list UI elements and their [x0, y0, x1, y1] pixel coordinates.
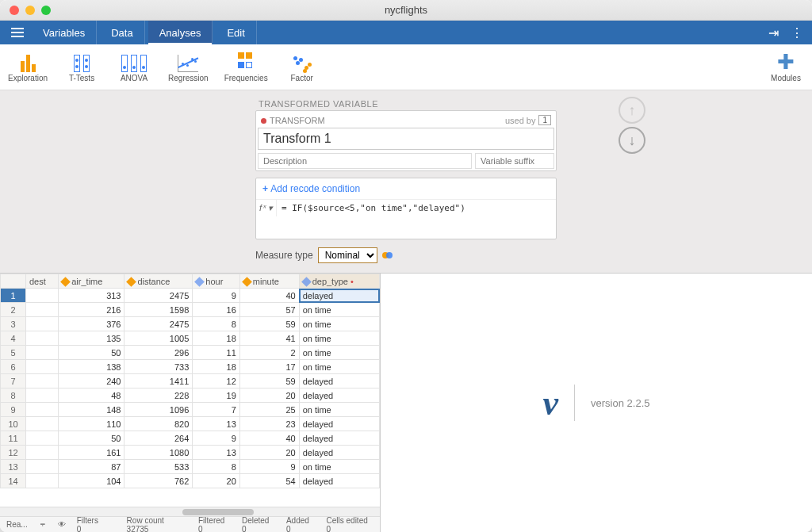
table-row[interactable]: 221615981657on time — [1, 303, 380, 317]
tab-edit[interactable]: Edit — [216, 21, 256, 44]
ttest-icon — [73, 52, 90, 72]
tab-label: Data — [111, 27, 132, 39]
factor-icon — [292, 52, 312, 72]
measure-type-row: Measure type Nominal — [255, 247, 557, 263]
tab-analyses[interactable]: Analyses — [148, 21, 213, 44]
table-row[interactable]: 413510051841on time — [1, 331, 380, 346]
arrow-down-button[interactable]: ↓ — [619, 127, 645, 154]
tool-label: Frequencies — [224, 74, 268, 82]
horizontal-scrollbar[interactable] — [0, 507, 380, 516]
status-filters: Filters 0 — [77, 516, 105, 533]
tool-frequencies[interactable]: Frequencies — [224, 52, 268, 82]
divider — [574, 385, 575, 421]
table-row[interactable]: 13132475940delayed — [1, 289, 380, 303]
status-ready: Rea... — [6, 520, 28, 529]
measure-type-select[interactable]: Nominal — [318, 247, 377, 263]
status-bar: Rea... ⫧ 👁 Filters 0 Row count 32735 Fil… — [0, 516, 380, 532]
table-row[interactable]: 138753389on time — [1, 460, 380, 474]
table-row[interactable]: 61387331817on time — [1, 360, 380, 374]
venn-icon — [382, 251, 395, 260]
window-title: nycflights — [0, 4, 812, 16]
kebab-icon[interactable]: ⋮ — [788, 24, 806, 41]
anova-icon — [121, 52, 147, 72]
transform-badge: TRANSFORM — [261, 116, 325, 125]
description-input[interactable] — [258, 153, 472, 169]
tab-label: Analyses — [159, 27, 201, 39]
hamburger-icon[interactable] — [6, 21, 29, 44]
titlebar: nycflights — [0, 0, 812, 21]
tab-label: Edit — [227, 27, 244, 39]
tool-ttests[interactable]: T-Tests — [63, 52, 100, 82]
version-text: version 2.2.5 — [591, 397, 649, 409]
record-dot-icon — [261, 118, 266, 124]
expand-panel-icon[interactable]: ⇥ — [764, 24, 782, 41]
arrow-up-button[interactable]: ↑ — [619, 97, 645, 124]
fx-button[interactable]: fˣ ▾ — [256, 200, 277, 216]
analyses-ribbon: Exploration T-Tests ANOVA Regression Fre… — [0, 44, 812, 90]
status-edited: Cells edited 0 — [327, 516, 373, 533]
eye-icon[interactable]: 👁 — [58, 520, 66, 529]
spreadsheet-pane: destair_timedistancehourminutedep_type •… — [0, 274, 381, 532]
measure-type-label: Measure type — [255, 250, 313, 261]
section-title: TRANSFORMED VARIABLE — [255, 97, 557, 110]
plus-icon: ✚ — [777, 52, 795, 72]
tool-label: Factor — [290, 74, 312, 82]
used-by: used by 1 — [505, 115, 551, 125]
table-row[interactable]: 724014111259delayed — [1, 374, 380, 388]
regression-icon — [178, 52, 198, 72]
tool-label: ANOVA — [121, 74, 147, 82]
column-header[interactable]: hour — [193, 274, 240, 289]
add-recode-condition[interactable]: Add recode condition — [256, 178, 556, 199]
table-row[interactable]: 101108201323delayed — [1, 417, 380, 431]
status-deleted: Deleted 0 — [242, 516, 275, 533]
data-grid[interactable]: destair_timedistancehourminutedep_type •… — [0, 274, 380, 507]
used-by-count[interactable]: 1 — [538, 115, 551, 125]
panel-arrows: ↑ ↓ — [619, 97, 645, 154]
tool-label: Regression — [168, 74, 209, 82]
tool-label: T-Tests — [69, 74, 94, 82]
frequencies-icon — [237, 52, 255, 72]
results-pane: ν version 2.2.5 — [381, 274, 812, 532]
column-header[interactable]: distance — [124, 274, 193, 289]
transform-editor: ↑ ↓ TRANSFORMED VARIABLE TRANSFORM used … — [0, 90, 812, 274]
column-header[interactable]: dep_type • — [299, 274, 379, 289]
status-added: Added 0 — [286, 516, 316, 533]
suffix-input[interactable] — [475, 153, 554, 169]
table-row[interactable]: 1216110801320delayed — [1, 446, 380, 460]
tab-variables[interactable]: Variables — [32, 21, 97, 44]
transform-name-input[interactable] — [258, 128, 554, 150]
tool-exploration[interactable]: Exploration — [8, 52, 48, 82]
tool-modules[interactable]: ✚ Modules — [768, 52, 804, 82]
table-row[interactable]: 550296112on time — [1, 346, 380, 360]
app-window: nycflights Variables Data Analyses Edit … — [0, 0, 812, 532]
tool-factor[interactable]: Factor — [284, 52, 320, 82]
table-row[interactable]: 33762475859on time — [1, 317, 380, 331]
tab-label: Variables — [43, 27, 85, 39]
formula-box: Add recode condition fˣ ▾ = IF($source<5… — [255, 178, 557, 239]
status-rowcount: Row count 32735 — [127, 516, 187, 533]
table-row[interactable]: 91481096725on time — [1, 403, 380, 417]
column-header[interactable]: dest — [26, 274, 59, 289]
menubar: Variables Data Analyses Edit ⇥ ⋮ — [0, 21, 812, 44]
status-filtered: Filtered 0 — [198, 516, 231, 533]
tool-anova[interactable]: ANOVA — [116, 52, 152, 82]
column-header[interactable]: air_time — [59, 274, 124, 289]
tool-regression[interactable]: Regression — [168, 52, 209, 82]
tool-label: Modules — [771, 74, 801, 82]
formula-input[interactable]: = IF($source<5,"on time","delayed") — [277, 200, 556, 216]
jamovi-logo-icon: ν — [543, 383, 559, 423]
table-row[interactable]: 1150264940delayed — [1, 431, 380, 446]
column-header[interactable]: minute — [239, 274, 299, 289]
table-row[interactable]: 141047622054delayed — [1, 474, 380, 488]
bar-chart-icon — [21, 52, 36, 72]
funnel-icon[interactable]: ⫧ — [39, 520, 47, 529]
table-row[interactable]: 8482281920delayed — [1, 388, 380, 403]
tool-label: Exploration — [8, 74, 48, 82]
tab-data[interactable]: Data — [100, 21, 144, 44]
